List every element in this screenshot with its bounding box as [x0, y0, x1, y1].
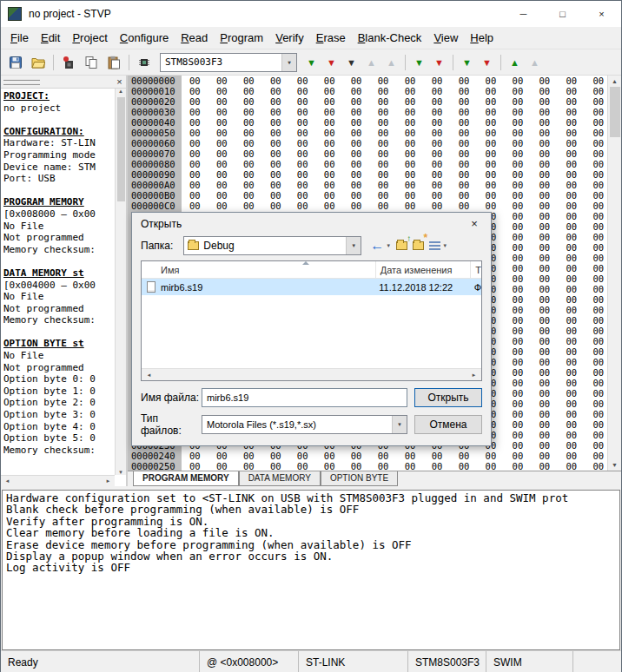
- scroll-up-icon[interactable]: ▲: [116, 89, 126, 94]
- up-one-level-icon[interactable]: ↑: [396, 236, 407, 255]
- toolbar-separator: [453, 55, 453, 70]
- program-all-green-icon[interactable]: ▼: [302, 53, 321, 72]
- chevron-down-icon[interactable]: ▼: [346, 237, 361, 254]
- save-icon[interactable]: [5, 53, 26, 72]
- program-option-green-icon[interactable]: ▼: [458, 53, 476, 72]
- device-select[interactable]: STM8S003F3 ▼: [160, 53, 297, 72]
- read-all-dark-icon[interactable]: ▼: [342, 53, 361, 72]
- pane-horizontal-scrollbar[interactable]: ◄ ►: [1, 475, 115, 486]
- filetype-select[interactable]: Motorola Files (*.s19,*.sx) ▼: [202, 415, 407, 434]
- paste-icon[interactable]: [103, 53, 124, 72]
- info-line-text: CONFIGURATION:: [3, 126, 84, 137]
- toolbar-separator: [405, 55, 406, 70]
- hex-bytes: 00 00 00 00 00 00 00 00 00 00 00 00 00 0…: [182, 180, 604, 190]
- close-button[interactable]: ×: [582, 1, 621, 27]
- folder-select[interactable]: Debug ▼: [183, 236, 361, 255]
- scroll-thumb[interactable]: [117, 97, 125, 201]
- chevron-down-icon[interactable]: ▼: [281, 54, 296, 71]
- menu-item[interactable]: Verify: [269, 29, 310, 47]
- menu-item[interactable]: Project: [66, 29, 113, 47]
- new-folder-icon[interactable]: *: [413, 236, 424, 255]
- info-line-text: No File: [3, 350, 43, 361]
- program-memory-green-icon[interactable]: ▼: [410, 53, 428, 72]
- status-address: @ <0x008000>: [199, 651, 298, 672]
- project-info-text: PROJECT:no projectCONFIGURATION:Hardware…: [3, 90, 114, 474]
- scroll-right-icon[interactable]: ►: [103, 478, 113, 484]
- info-line-text: Option byte 4: 0: [3, 421, 96, 432]
- menu-item[interactable]: Program: [214, 29, 269, 47]
- info-line: Not programmed: [3, 303, 114, 315]
- verify-memory-red-icon[interactable]: ▼: [430, 53, 448, 72]
- scroll-left-icon[interactable]: ◄: [144, 372, 154, 378]
- hex-vertical-scrollbar[interactable]: ▲ ▼: [607, 76, 621, 471]
- menu-item[interactable]: Read: [175, 29, 214, 47]
- hex-address: 00000010: [128, 86, 182, 96]
- pane-vertical-scrollbar[interactable]: ▲ ▼: [115, 89, 126, 475]
- scroll-left-icon[interactable]: ◄: [3, 478, 12, 484]
- verify-option-red-icon[interactable]: ▼: [478, 53, 496, 72]
- tab-data-memory[interactable]: DATA MEMORY: [239, 471, 321, 486]
- cancel-button[interactable]: Отмена: [414, 415, 482, 434]
- chevron-down-icon[interactable]: ▼: [392, 416, 407, 433]
- hex-address: 000000A0: [128, 180, 182, 190]
- filetype-label: Тип файлов:: [141, 412, 202, 437]
- scroll-down-icon[interactable]: ▼: [116, 470, 126, 475]
- info-line-text: Port: USB: [3, 173, 56, 184]
- info-line: no project: [3, 102, 114, 115]
- view-menu-icon[interactable]: ▼: [429, 236, 447, 255]
- column-header-date[interactable]: Дата изменения: [375, 261, 470, 278]
- menu-item[interactable]: File: [4, 29, 35, 47]
- info-line: Device name: STM: [3, 161, 114, 174]
- hex-row: 00000050 00 00 00 00 00 00 00 00 00 00 0…: [128, 128, 607, 138]
- tab-program-memory[interactable]: PROGRAM MEMORY: [133, 471, 239, 486]
- info-line-text: Option byte 0: 0: [3, 373, 96, 385]
- menu-item[interactable]: Help: [464, 29, 500, 47]
- verify-all-red-icon[interactable]: ▼: [322, 53, 341, 72]
- memory-tabs: PROGRAM MEMORY DATA MEMORY OPTION BYTE: [128, 471, 621, 486]
- file-list[interactable]: Имя Дата изменения Т mirb6.s19 11.12.201…: [141, 260, 482, 381]
- back-icon[interactable]: ← ▼: [370, 236, 391, 255]
- file-row-selected[interactable]: mirb6.s19 11.12.2018 12:22 Ф: [142, 279, 481, 295]
- info-line-text: Programming mode: [3, 149, 96, 161]
- pane-header: ×: [1, 76, 126, 89]
- program-device-icon[interactable]: [58, 53, 79, 72]
- toolbar-separator: [500, 55, 501, 70]
- file-list-horizontal-scrollbar[interactable]: ◄ ►: [142, 368, 481, 380]
- menu-item[interactable]: Configure: [114, 29, 175, 47]
- info-line-text: Option byte 5: 0: [3, 432, 96, 444]
- hex-address: 000000B0: [128, 190, 182, 201]
- scroll-right-icon[interactable]: ►: [469, 372, 479, 378]
- info-line: Option byte 3: 0: [3, 409, 114, 421]
- info-line: [0x004000 — 0x00: [3, 280, 114, 292]
- file-icon: [147, 281, 156, 293]
- open-icon[interactable]: [28, 53, 49, 72]
- hex-address: 00000080: [128, 159, 182, 169]
- open-file-dialog: Открыть × Папка: Debug ▼ ← ▼ ↑: [131, 212, 492, 446]
- log-line: Blank check before programming (when ava…: [6, 504, 616, 515]
- pane-close-icon[interactable]: ×: [113, 76, 126, 88]
- column-header-name[interactable]: Имя: [142, 261, 375, 278]
- info-line: OPTION BYTE st: [3, 338, 114, 350]
- scroll-down-icon[interactable]: ▼: [612, 462, 618, 468]
- dialog-close-icon[interactable]: ×: [458, 213, 491, 234]
- menu-item[interactable]: View: [427, 29, 464, 47]
- scroll-up-icon[interactable]: ▲: [612, 78, 618, 84]
- tab-option-byte[interactable]: OPTION BYTE: [321, 471, 398, 486]
- scroll-thumb[interactable]: [610, 87, 620, 137]
- open-button[interactable]: Открыть: [414, 388, 482, 407]
- info-line: No File: [3, 221, 114, 233]
- menu-item[interactable]: Erase: [310, 29, 352, 47]
- minimize-button[interactable]: ─: [504, 1, 543, 27]
- pane-grip[interactable]: [3, 79, 40, 85]
- hex-address: 00000250: [128, 461, 182, 471]
- copy-icon[interactable]: [81, 53, 102, 72]
- hex-bytes: 00 00 00 00 00 00 00 00 00 00 00 00 00 0…: [182, 76, 604, 86]
- filename-label: Имя файла:: [141, 392, 202, 404]
- menu-item[interactable]: Edit: [35, 29, 66, 47]
- menu-item[interactable]: Blank-Check: [352, 29, 428, 47]
- read-green-icon[interactable]: ▲: [506, 53, 524, 72]
- filename-input[interactable]: [202, 388, 407, 407]
- maximize-button[interactable]: □: [543, 1, 582, 27]
- log-line: Clear memory before loading a file is ON…: [6, 527, 616, 538]
- column-header-type[interactable]: Т: [470, 261, 481, 278]
